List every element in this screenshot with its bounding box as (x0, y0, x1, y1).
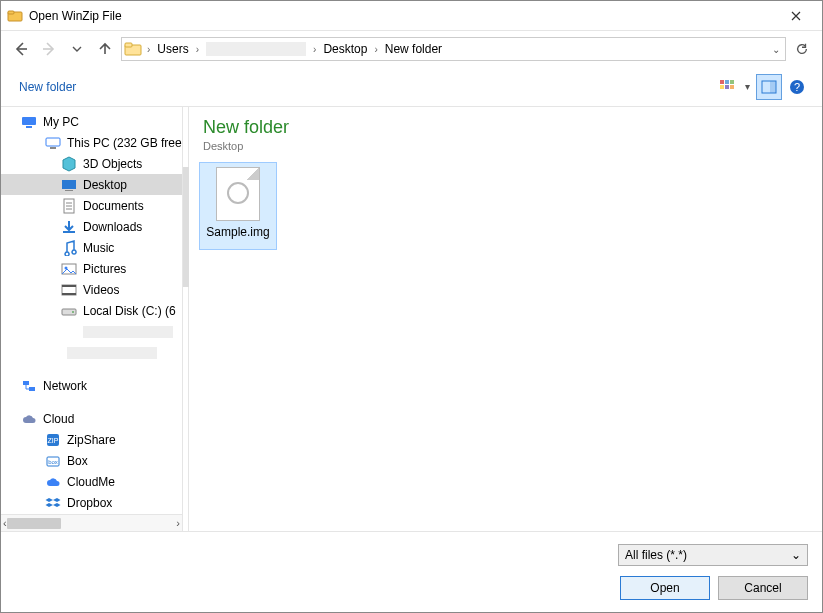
svg-rect-29 (62, 293, 76, 295)
tree-item-downloads[interactable]: Downloads (1, 216, 182, 237)
cloudme-icon (45, 474, 61, 490)
close-button[interactable] (776, 1, 816, 31)
tree-item-localdisk[interactable]: Local Disk (C:) (6 (1, 300, 182, 321)
folder-title: New folder (203, 117, 808, 138)
recent-locations-button[interactable] (65, 37, 89, 61)
file-type-filter[interactable]: All files (*.*) ⌄ (618, 544, 808, 566)
scrollbar-thumb[interactable] (183, 167, 189, 287)
chevron-right-icon: › (193, 44, 202, 55)
close-icon (791, 11, 801, 21)
breadcrumb-segment[interactable]: New folder (381, 38, 446, 60)
document-icon (61, 198, 77, 214)
tree-label: Dropbox (67, 496, 112, 510)
tree-label: Network (43, 379, 87, 393)
forward-button[interactable] (37, 37, 61, 61)
folder-subtitle: Desktop (203, 140, 808, 152)
svg-rect-8 (725, 85, 729, 89)
cube-icon (61, 156, 77, 172)
tree-item-dropbox[interactable]: Dropbox (1, 492, 182, 513)
scrollbar-thumb[interactable] (7, 518, 61, 529)
breadcrumb-segment[interactable]: Users (153, 38, 192, 60)
refresh-button[interactable] (790, 37, 814, 61)
back-button[interactable] (9, 37, 33, 61)
tree-label: CloudMe (67, 475, 115, 489)
open-button[interactable]: Open (620, 576, 710, 600)
tree-label: Videos (83, 283, 119, 297)
svg-rect-14 (22, 117, 36, 125)
tree-item-redacted[interactable]: x (1, 342, 182, 363)
svg-rect-19 (65, 190, 73, 191)
tree-item-3dobjects[interactable]: 3D Objects (1, 153, 182, 174)
box-icon: box (45, 453, 61, 469)
tree-label: 3D Objects (83, 157, 142, 171)
command-bar: New folder ▾ ? (1, 67, 822, 107)
tree-item-desktop[interactable]: Desktop (1, 174, 182, 195)
cancel-button[interactable]: Cancel (718, 576, 808, 600)
tree-label: Documents (83, 199, 144, 213)
address-dropdown[interactable]: ⌄ (767, 44, 785, 55)
address-bar[interactable]: › Users › › Desktop › New folder ⌄ (121, 37, 786, 61)
svg-rect-11 (770, 81, 776, 93)
up-button[interactable] (93, 37, 117, 61)
view-options-button[interactable] (714, 74, 740, 100)
svg-point-31 (72, 311, 74, 313)
help-button[interactable]: ? (784, 74, 810, 100)
splitter[interactable] (183, 107, 189, 531)
tree-label: Desktop (83, 178, 127, 192)
breadcrumb-segment[interactable] (202, 38, 310, 60)
horizontal-scrollbar[interactable]: ‹ › (1, 514, 182, 531)
tree-label: My PC (43, 115, 79, 129)
tree-label: Box (67, 454, 88, 468)
tree-item-redacted[interactable]: x (1, 321, 182, 342)
tree-label: Cloud (43, 412, 74, 426)
tree-item-videos[interactable]: Videos (1, 279, 182, 300)
tree-item-thispc[interactable]: This PC (232 GB free (1, 132, 182, 153)
file-list[interactable]: Sample.img (189, 156, 822, 531)
navigation-pane: My PC This PC (232 GB free 3D Objects De… (1, 107, 183, 531)
svg-rect-16 (46, 138, 60, 146)
tree-item-network[interactable]: Network (1, 375, 182, 396)
new-folder-button[interactable]: New folder (13, 74, 82, 100)
preview-pane-toggle[interactable] (756, 74, 782, 100)
svg-rect-32 (23, 381, 29, 385)
view-options-dropdown[interactable]: ▾ (740, 81, 754, 92)
app-icon (7, 8, 23, 24)
window-title: Open WinZip File (29, 9, 122, 23)
tree-label: Music (83, 241, 114, 255)
tree-item-zipshare[interactable]: ZIP ZipShare (1, 429, 182, 450)
breadcrumb-segment[interactable]: Desktop (319, 38, 371, 60)
svg-text:?: ? (794, 81, 800, 93)
tree-item-pictures[interactable]: Pictures (1, 258, 182, 279)
arrow-left-icon (13, 41, 29, 57)
tree-item-cloudme[interactable]: CloudMe (1, 471, 182, 492)
scroll-right-icon[interactable]: › (176, 517, 180, 529)
tree-item-cloud[interactable]: Cloud (1, 408, 182, 429)
file-item[interactable]: Sample.img (199, 162, 277, 250)
desktop-icon (61, 177, 77, 193)
pictures-icon (61, 261, 77, 277)
preview-pane-icon (761, 79, 777, 95)
chevron-down-icon (72, 44, 82, 54)
file-type-filter-label: All files (*.*) (625, 548, 687, 562)
svg-rect-3 (125, 43, 132, 47)
svg-rect-24 (63, 231, 75, 233)
tree-item-music[interactable]: Music (1, 237, 182, 258)
tree-item-mypc[interactable]: My PC (1, 111, 182, 132)
svg-text:ZIP: ZIP (48, 437, 59, 444)
videos-icon (61, 282, 77, 298)
folder-icon (124, 40, 142, 58)
chevron-right-icon: › (371, 44, 380, 55)
svg-rect-28 (62, 285, 76, 287)
dropbox-icon (45, 495, 61, 511)
tree-item-documents[interactable]: Documents (1, 195, 182, 216)
zipshare-icon: ZIP (45, 432, 61, 448)
svg-rect-5 (725, 80, 729, 84)
tree-label: Local Disk (C:) (6 (83, 304, 176, 318)
svg-rect-18 (62, 180, 76, 189)
help-icon: ? (789, 79, 805, 95)
file-open-dialog: Open WinZip File › Users › › Deskt (0, 0, 823, 613)
svg-rect-4 (720, 80, 724, 84)
tree-item-box[interactable]: box Box (1, 450, 182, 471)
music-icon (61, 240, 77, 256)
titlebar: Open WinZip File (1, 1, 822, 31)
